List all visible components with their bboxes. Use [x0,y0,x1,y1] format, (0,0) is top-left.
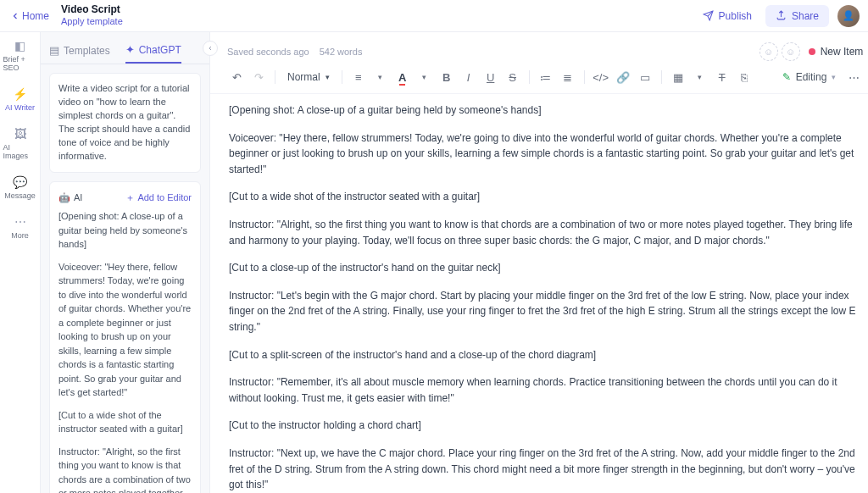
pencil-icon: ✎ [782,71,791,83]
embed-button[interactable]: ⎘ [735,68,754,86]
add-viewer-icon[interactable]: ☺ [782,42,800,61]
rail-message[interactable]: 💬Message [2,174,39,202]
home-label: Home [22,10,49,22]
status-dot-icon [809,48,815,55]
bolt-icon: ⚡ [13,87,27,101]
image-icon: 🖼 [14,127,26,141]
table-button[interactable]: ▦ [669,68,687,86]
ai-line: Voiceover: "Hey there, fellow strummers!… [58,260,192,400]
text-color-button[interactable]: A [393,68,412,86]
rail-ai-writer[interactable]: ⚡AI Writer [2,86,39,114]
more-toolbar-button[interactable]: ⋯ [844,68,863,86]
word-count: 542 words [320,47,363,57]
doc-title: Video Script [61,4,123,16]
rail-label: More [11,231,29,240]
format-select[interactable]: Normal▾ [282,71,335,83]
ai-response-text: [Opening shot: A close-up of a guitar be… [58,209,192,493]
doc-paragraph: Instructor: "Let's begin with the G majo… [229,288,861,335]
link-button[interactable]: 🔗 [614,68,632,86]
rail-brief-seo[interactable]: ◧Brief + SEO [2,37,39,74]
new-item-label: New Item [821,46,864,58]
rail-more[interactable]: ⋯More [2,213,39,241]
chat-icon: ✦ [125,43,135,56]
numbered-list-button[interactable]: ≣ [559,68,577,86]
left-rail: ◧Brief + SEO ⚡AI Writer 🖼AI Images 💬Mess… [0,0,41,493]
tab-label: ChatGPT [139,44,181,56]
editor-pane: Saved seconds ago 542 words ☺ ☺ New Item… [210,0,868,493]
ai-line: [Cut to a wide shot of the instructor se… [58,408,192,436]
chevron-left-icon [10,11,20,21]
doc-paragraph: [Cut to the instructor holding a chord c… [229,418,861,434]
home-button[interactable]: Home [5,7,54,25]
editor-toolbar: ↶ ↷ Normal▾ ≡ ▾ A ▾ B I U S ≔ ≣ </> 🔗 ▭ … [210,64,868,94]
tab-label: Templates [64,45,110,57]
new-item-indicator[interactable]: New Item [809,46,864,58]
upload-icon [776,10,787,21]
add-viewer-icon[interactable]: ☺ [760,42,778,61]
brief-icon: ◧ [14,39,25,53]
presence-avatars: ☺ ☺ [760,42,800,61]
ai-response-card: 🤖AI ＋Add to Editor [Opening shot: A clos… [49,181,201,493]
save-status: Saved seconds ago [227,47,309,57]
tab-templates[interactable]: ▤Templates [49,37,110,64]
doc-paragraph: Voiceover: "Hey there, fellow strummers!… [229,130,861,178]
plus-icon: ＋ [125,191,135,205]
apply-template-link[interactable]: Apply template [61,16,123,27]
image-insert-button[interactable]: ▭ [636,68,654,86]
chevron-down-icon[interactable]: ▾ [415,68,434,86]
editing-label: Editing [796,71,827,83]
send-icon [703,10,714,21]
bot-icon: 🤖 [58,191,70,205]
templates-icon: ▤ [49,44,59,57]
user-prompt-card: Write a video script for a tutorial vide… [49,73,201,173]
add-label: Add to Editor [137,191,192,205]
strike-button[interactable]: S [504,68,522,86]
doc-paragraph: Instructor: "Remember, it's all about mu… [229,374,861,406]
add-to-editor-button[interactable]: ＋Add to Editor [125,191,192,205]
doc-paragraph: [Cut to a close-up of the instructor's h… [229,260,861,276]
rail-ai-images[interactable]: 🖼AI Images [2,125,39,162]
app-header: Home Video Script Apply template Publish… [0,0,868,32]
publish-button[interactable]: Publish [693,5,762,27]
rail-label: Message [4,191,36,200]
share-label: Share [792,10,819,22]
clear-format-button[interactable]: T [713,68,732,86]
rail-label: Brief + SEO [3,55,37,72]
ai-label: AI [74,191,82,205]
tab-chatgpt[interactable]: ✦ChatGPT [125,37,181,64]
doc-paragraph: Instructor: "Next up, we have the C majo… [229,446,861,493]
status-row: Saved seconds ago 542 words ☺ ☺ New Item [210,37,868,64]
format-value: Normal [287,71,320,83]
ai-line: Instructor: "Alright, so the first thing… [58,445,192,493]
chevron-down-icon[interactable]: ▾ [691,68,709,86]
share-button[interactable]: Share [765,5,829,27]
doc-paragraph: Instructor: "Alright, so the first thing… [229,217,861,248]
underline-button[interactable]: U [481,68,500,86]
sidebar-tabs: ▤Templates ✦ChatGPT [41,37,209,64]
italic-button[interactable]: I [459,68,478,86]
align-button[interactable]: ≡ [349,68,368,86]
user-avatar[interactable]: 👤 [837,5,860,27]
document-body[interactable]: [Opening shot: A close-up of a guitar be… [210,94,868,493]
redo-button[interactable]: ↷ [249,68,268,86]
ai-line: [Opening shot: A close-up of a guitar be… [58,209,192,252]
rail-label: AI Writer [5,103,35,112]
editing-mode-select[interactable]: ✎ Editing ▾ [782,71,837,83]
chevron-down-icon[interactable]: ▾ [371,68,390,86]
chevron-down-icon: ▾ [326,73,330,81]
doc-paragraph: [Cut to a split-screen of the instructor… [229,347,861,363]
bold-button[interactable]: B [437,68,456,86]
code-button[interactable]: </> [592,68,610,86]
doc-paragraph: [Cut to a wide shot of the instructor se… [229,189,861,205]
message-icon: 💬 [13,175,27,189]
sidebar: ▤Templates ✦ChatGPT Write a video script… [41,0,210,493]
doc-paragraph: [Opening shot: A close-up of a guitar be… [229,102,861,119]
publish-label: Publish [719,10,752,22]
undo-button[interactable]: ↶ [227,68,246,86]
rail-label: AI Images [3,143,37,160]
chevron-down-icon: ▾ [832,73,836,81]
doc-title-wrap: Video Script Apply template [61,4,123,26]
bulleted-list-button[interactable]: ≔ [537,68,555,86]
more-icon: ⋯ [14,215,26,229]
